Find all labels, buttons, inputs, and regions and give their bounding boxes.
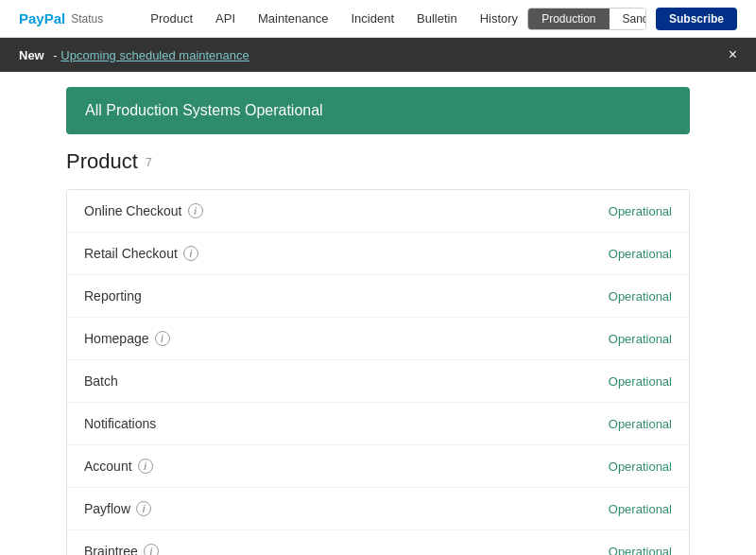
pal-text: Pal <box>44 10 66 26</box>
brand-logo: PayPal Status <box>19 10 122 26</box>
product-name-text: Notifications <box>84 416 156 431</box>
status-label: Status <box>71 12 103 26</box>
nav-link-nav-bulletin[interactable]: Bulletin <box>407 8 467 29</box>
nav-link-nav-history[interactable]: History <box>471 8 527 29</box>
product-name: Batch <box>84 373 118 389</box>
product-row: Online CheckoutiOperational <box>67 190 689 233</box>
nav-links: ProductAPIMaintenanceIncidentBulletinHis… <box>141 8 527 29</box>
product-row: BatchOperational <box>67 360 689 403</box>
paypal-wordmark: PayPal <box>19 10 65 26</box>
banner-link[interactable]: Upcoming scheduled maintenance <box>60 48 249 62</box>
nav-link-nav-product[interactable]: Product <box>141 8 202 29</box>
status-badge: Operational <box>609 502 672 516</box>
info-icon[interactable]: i <box>136 501 151 516</box>
product-name: Payflowi <box>84 501 151 516</box>
product-name-text: Online Checkout <box>84 203 182 218</box>
info-icon[interactable]: i <box>188 203 203 218</box>
product-name: Reporting <box>84 288 142 304</box>
product-row: HomepageiOperational <box>67 318 689 360</box>
info-icon[interactable]: i <box>138 459 153 474</box>
product-name: Retail Checkouti <box>84 246 198 261</box>
product-name: Accounti <box>84 459 153 474</box>
product-row: AccountiOperational <box>67 445 689 488</box>
info-icon[interactable]: i <box>155 331 170 346</box>
env-production-button[interactable]: Production <box>528 9 609 29</box>
status-badge: Operational <box>609 332 672 346</box>
product-name-text: Payflow <box>84 501 130 516</box>
status-badge: Operational <box>609 247 672 261</box>
section-title-text: Product <box>66 149 138 174</box>
status-badge: Operational <box>609 417 672 431</box>
product-row: PayflowiOperational <box>67 488 689 530</box>
product-name-text: Homepage <box>84 331 149 346</box>
product-row: BraintreeiOperational <box>67 530 689 555</box>
pay-text: Pay <box>19 10 44 26</box>
status-badge: Operational <box>609 460 672 474</box>
product-name-text: Account <box>84 459 132 474</box>
section-count: 7 <box>146 155 152 169</box>
product-name-text: Reporting <box>84 288 142 304</box>
product-row: Retail CheckoutiOperational <box>67 233 689 275</box>
info-icon[interactable]: i <box>144 544 159 555</box>
nav-link-nav-maintenance[interactable]: Maintenance <box>249 8 337 29</box>
banner-new-label: New <box>19 48 44 62</box>
section-title: Product 7 <box>66 149 690 174</box>
product-name-text: Retail Checkout <box>84 246 178 261</box>
product-name: Online Checkouti <box>84 203 203 218</box>
product-row: NotificationsOperational <box>67 403 689 445</box>
nav-link-nav-incident[interactable]: Incident <box>341 8 404 29</box>
status-badge: Operational <box>609 204 672 218</box>
banner-content: New - Upcoming scheduled maintenance <box>19 48 249 62</box>
status-badge: Operational <box>609 545 672 556</box>
product-name-text: Braintree <box>84 544 138 555</box>
env-toggle: Production Sandbox <box>527 8 646 30</box>
product-name: Notifications <box>84 416 156 431</box>
product-row: ReportingOperational <box>67 275 689 318</box>
banner-close-button[interactable]: × <box>729 47 737 62</box>
env-sandbox-button[interactable]: Sandbox <box>610 9 646 29</box>
announcement-banner: New - Upcoming scheduled maintenance × <box>0 38 756 72</box>
nav-link-nav-api[interactable]: API <box>206 8 245 29</box>
product-name-text: Batch <box>84 373 118 389</box>
navbar: PayPal Status ProductAPIMaintenanceIncid… <box>0 0 756 38</box>
product-name: Homepagei <box>84 331 170 346</box>
status-badge: Operational <box>609 289 672 304</box>
status-badge: Operational <box>609 374 672 389</box>
subscribe-button[interactable]: Subscribe <box>656 8 737 30</box>
product-name: Braintreei <box>84 544 159 555</box>
product-list: Online CheckoutiOperationalRetail Checko… <box>66 189 690 555</box>
info-icon[interactable]: i <box>183 246 198 261</box>
main-content: Product 7 Online CheckoutiOperationalRet… <box>0 149 756 555</box>
all-systems-status: All Production Systems Operational <box>66 87 690 134</box>
